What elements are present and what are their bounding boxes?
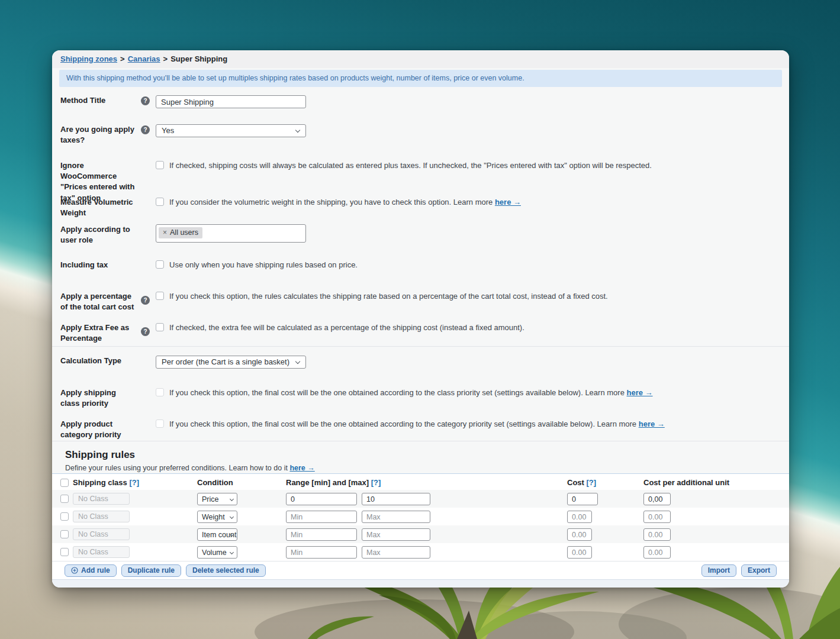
form-row-category-priority: Apply product category priority If you c… xyxy=(60,419,781,440)
chevron-down-icon xyxy=(230,497,234,501)
import-button[interactable]: Import xyxy=(701,564,736,577)
method-title-label: Method Title xyxy=(60,95,135,106)
volumetric-learn-more-link[interactable]: here → xyxy=(495,198,521,206)
add-rule-button[interactable]: Add rule xyxy=(65,564,117,577)
calculation-type-select[interactable]: Per order (the Cart is a single basket) xyxy=(156,356,306,369)
range-min-input[interactable] xyxy=(286,493,357,505)
breadcrumb-link-canarias[interactable]: Canarias xyxy=(128,54,160,63)
ignore-tax-description: If checked, shipping costs will always b… xyxy=(169,160,652,171)
condition-select[interactable]: Volume xyxy=(197,546,237,559)
cart-percentage-label: Apply a percentage of the total cart cos… xyxy=(60,291,135,312)
breadcrumb-separator: > xyxy=(120,54,125,63)
condition-select[interactable]: Item count xyxy=(197,528,237,541)
form-row-method-title: Method Title ? xyxy=(60,95,781,108)
calculation-type-select-value: Per order (the Cart is a single basket) xyxy=(162,357,289,367)
rules-learn-how-link[interactable]: here → xyxy=(289,464,314,472)
user-role-multiselect[interactable]: × All users xyxy=(156,224,306,243)
cost-help-link[interactable]: [?] xyxy=(587,478,597,487)
breadcrumb-link-shipping-zones[interactable]: Shipping zones xyxy=(60,54,117,63)
shipping-rules-title: Shipping rules xyxy=(65,449,135,461)
rule-row-volume: Volume xyxy=(52,543,789,561)
shipping-class-input[interactable] xyxy=(73,528,130,540)
column-shipping-class: Shipping class [?] xyxy=(73,478,139,487)
rules-toolbar: Add rule Duplicate rule Delete selected … xyxy=(52,561,789,579)
section-divider xyxy=(52,441,789,441)
export-button[interactable]: Export xyxy=(741,564,777,577)
taxes-label: Are you going apply taxes? xyxy=(60,124,135,146)
volumetric-checkbox[interactable] xyxy=(156,198,164,206)
form-row-class-priority: Apply shipping class priority If you che… xyxy=(60,388,781,409)
breadcrumb-separator: > xyxy=(163,54,168,63)
taxes-select-value: Yes xyxy=(162,125,174,136)
including-tax-label: Including tax xyxy=(60,260,135,270)
condition-select[interactable]: Weight xyxy=(197,511,237,523)
chevron-down-icon xyxy=(295,359,300,364)
shipping-class-help-link[interactable]: [?] xyxy=(129,478,139,487)
breadcrumb-current: Super Shipping xyxy=(170,54,227,63)
row-select-checkbox[interactable] xyxy=(60,495,69,503)
category-priority-label: Apply product category priority xyxy=(60,419,135,440)
shipping-class-input[interactable] xyxy=(73,511,130,522)
cost-input[interactable] xyxy=(567,511,592,523)
cart-percentage-description: If you check this option, the rules calc… xyxy=(169,291,608,302)
range-help-link[interactable]: [?] xyxy=(371,478,381,487)
class-priority-learn-more-link[interactable]: here → xyxy=(626,388,652,397)
row-select-checkbox[interactable] xyxy=(60,548,69,556)
rule-row-item-count: Item count xyxy=(52,525,789,543)
range-max-input[interactable] xyxy=(362,511,430,523)
form-row-cart-percentage: Apply a percentage of the total cart cos… xyxy=(60,291,781,312)
shipping-class-input[interactable] xyxy=(73,493,130,505)
user-role-label: Apply according to user role xyxy=(60,224,135,246)
help-icon[interactable]: ? xyxy=(141,125,150,134)
extra-fee-label: Apply Extra Fee as Percentage xyxy=(60,322,135,344)
category-priority-learn-more-link[interactable]: here → xyxy=(639,419,665,428)
delete-selected-rule-button[interactable]: Delete selected rule xyxy=(186,564,266,577)
help-icon[interactable]: ? xyxy=(141,327,150,336)
taxes-select[interactable]: Yes xyxy=(156,124,306,137)
volumetric-description: If you consider the volumetric weight in… xyxy=(169,197,521,208)
cost-per-unit-input[interactable] xyxy=(643,546,671,559)
duplicate-rule-button[interactable]: Duplicate rule xyxy=(121,564,181,577)
range-min-input[interactable] xyxy=(286,546,357,559)
help-icon[interactable]: ? xyxy=(141,96,150,105)
class-priority-label: Apply shipping class priority xyxy=(60,388,135,409)
help-icon[interactable]: ? xyxy=(141,296,150,305)
select-all-checkbox[interactable] xyxy=(60,479,69,487)
cost-input[interactable] xyxy=(567,546,592,559)
extra-fee-checkbox[interactable] xyxy=(156,323,164,331)
class-priority-checkbox[interactable] xyxy=(156,388,164,396)
range-max-input[interactable] xyxy=(362,528,430,541)
condition-select[interactable]: Price xyxy=(197,493,237,505)
class-priority-description: If you check this option, the final cost… xyxy=(169,388,653,398)
column-cost-per-unit: Cost per additional unit xyxy=(643,478,729,487)
ignore-tax-checkbox[interactable] xyxy=(156,161,164,169)
info-banner: With this shipping method you'll be able… xyxy=(59,70,782,87)
row-select-checkbox[interactable] xyxy=(60,512,69,521)
extra-fee-description: If checked, the extra fee will be calcul… xyxy=(169,322,524,333)
including-tax-checkbox[interactable] xyxy=(156,260,164,269)
chevron-down-icon xyxy=(295,128,300,133)
cost-per-unit-input[interactable] xyxy=(643,511,671,523)
shipping-class-input[interactable] xyxy=(73,546,130,558)
volumetric-label: Measure Volumetric Weight xyxy=(60,197,135,218)
breadcrumb: Shipping zones>Canarias>Super Shipping xyxy=(52,50,789,68)
cost-input[interactable] xyxy=(567,493,598,505)
method-title-input[interactable] xyxy=(156,95,306,108)
cost-per-unit-input[interactable] xyxy=(643,528,671,541)
cart-percentage-checkbox[interactable] xyxy=(156,292,164,300)
row-select-checkbox[interactable] xyxy=(60,530,69,538)
range-min-input[interactable] xyxy=(286,528,357,541)
rules-table-header: Shipping class [?] Condition Range [min]… xyxy=(52,473,789,490)
shipping-rules-subtitle: Define your rules using your preferred c… xyxy=(65,464,315,472)
category-priority-checkbox[interactable] xyxy=(156,419,164,428)
shipping-settings-card: Shipping zones>Canarias>Super Shipping W… xyxy=(52,50,789,588)
remove-tag-icon[interactable]: × xyxy=(163,229,167,236)
cost-per-unit-input[interactable] xyxy=(643,493,671,505)
form-row-extra-fee: Apply Extra Fee as Percentage ? If check… xyxy=(60,322,781,344)
column-range: Range [min] and [max] [?] xyxy=(286,478,381,487)
range-min-input[interactable] xyxy=(286,511,357,523)
range-max-input[interactable] xyxy=(362,493,430,505)
section-divider xyxy=(52,346,789,347)
range-max-input[interactable] xyxy=(362,546,430,559)
cost-input[interactable] xyxy=(567,528,592,541)
